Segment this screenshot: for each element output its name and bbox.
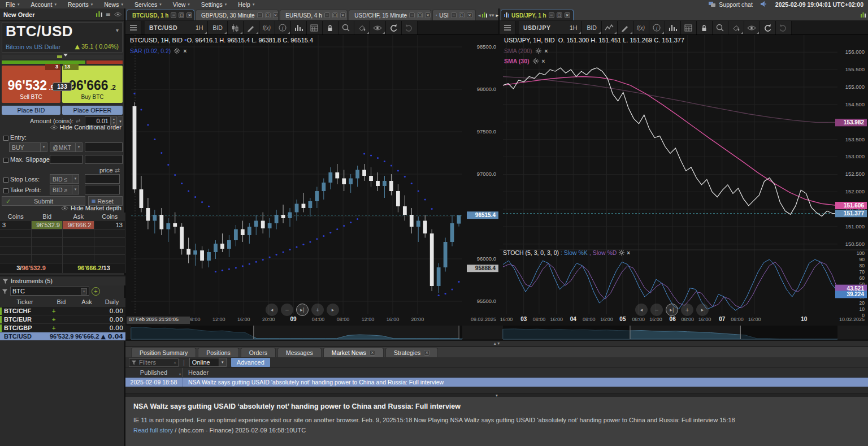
draw-icon[interactable] [244, 21, 259, 34]
instrument-row-btc-chf[interactable]: BTC/CHF+0.00 [0, 307, 125, 315]
function-icon[interactable]: f(x) [633, 21, 649, 34]
tab-list-icon[interactable]: ▾▾ [489, 12, 494, 18]
filters-input[interactable]: Filters× [129, 358, 179, 367]
volume-icon[interactable] [291, 21, 307, 34]
minimize-icon[interactable]: − [257, 12, 263, 18]
new-chart-icon[interactable] [861, 12, 866, 18]
read-full-story-link[interactable]: Read full story [133, 427, 173, 434]
undo-icon[interactable] [386, 21, 402, 34]
close-icon[interactable]: × [424, 350, 429, 356]
instrument-selector[interactable]: BTC/USD ▾ Bitcoin vs US Dollar ▲ 35.1 ( … [2, 22, 123, 53]
stop-loss-input[interactable] [85, 174, 120, 184]
instruments-header[interactable]: Instruments (5) [0, 275, 125, 285]
play-to-end-button[interactable]: ▸| [666, 304, 678, 316]
depth-row[interactable]: 3 96'532.9 96'666.2 13 [0, 221, 125, 230]
horizontal-splitter[interactable]: ▴ ▾ [125, 340, 868, 347]
header-column-header[interactable]: Header [182, 368, 868, 377]
entry-price-input[interactable] [85, 142, 123, 152]
indicator-close-icon[interactable]: × [627, 250, 630, 256]
chart-tab-usi[interactable]: USI−▢× [432, 10, 476, 20]
indicator-settings-icon[interactable] [535, 47, 542, 54]
online-select[interactable]: Online▾ [189, 358, 227, 367]
timeframe-select[interactable]: 1H [565, 21, 582, 34]
tab-position-summary[interactable]: Position Summary [131, 348, 196, 357]
theme-icon[interactable] [354, 21, 370, 34]
chart-tab-gbp-usd[interactable]: GBP/USD, 30 Minute−▢× [196, 10, 279, 20]
eye-icon[interactable] [370, 21, 386, 34]
take-profit-input[interactable] [85, 185, 120, 194]
take-profit-op-select[interactable]: BID ≥▾ [50, 185, 79, 194]
chart-menu-icon[interactable] [500, 21, 515, 34]
tab-orders[interactable]: Orders [241, 348, 276, 357]
minimize-icon[interactable]: − [409, 12, 415, 18]
chart-tab-usd-chf[interactable]: USD/CHF, 15 Minute−▢× [349, 10, 431, 20]
pricetype-select[interactable]: BID [582, 21, 602, 34]
close-icon[interactable]: × [565, 12, 570, 18]
minimize-icon[interactable]: − [451, 12, 457, 18]
chart-tab-usd-jpy[interactable]: USD/JPY, 1 h−▢× [501, 10, 574, 20]
indicator-close-icon[interactable]: × [545, 48, 548, 54]
theme-icon[interactable] [728, 21, 744, 34]
close-icon[interactable]: × [467, 12, 472, 18]
calendar-icon[interactable] [307, 21, 323, 34]
pricetype-select[interactable]: BID [208, 21, 228, 34]
zoom-icon[interactable] [713, 21, 728, 34]
menu-settings[interactable]: Settings▾ [196, 0, 232, 8]
support-chat-button[interactable]: Support chat [709, 1, 753, 8]
chart-area-usdjpy[interactable]: 16:000308:0016:000408:0016:000508:0016:0… [500, 35, 868, 340]
chevron-down-icon[interactable]: ▾ [116, 27, 119, 33]
menu-news[interactable]: News▾ [98, 0, 129, 8]
charttype-icon[interactable] [228, 21, 244, 34]
chart-tab-btc-usd[interactable]: BTC/USD, 1 h−▢× [127, 10, 194, 20]
close-icon[interactable]: × [425, 12, 431, 18]
menu-account[interactable]: Account▾ [25, 0, 62, 8]
instruments-filter-input[interactable]: BTC × [10, 287, 89, 296]
indicator-settings-icon[interactable] [532, 58, 539, 64]
info-icon[interactable]: i [649, 21, 665, 34]
restore-icon[interactable]: ▢ [557, 12, 562, 18]
usdjpy-line-chart[interactable]: 16:000308:0016:000408:0016:000508:0016:0… [500, 35, 868, 340]
panel-eye-icon[interactable] [114, 12, 121, 17]
slippage-input-1[interactable] [50, 155, 83, 164]
menu-reports[interactable]: Reports▾ [62, 0, 98, 8]
lock-icon[interactable] [323, 21, 338, 34]
tab-market-news[interactable]: Market News× [323, 348, 384, 357]
entry-checkbox[interactable] [3, 136, 8, 141]
menu-services[interactable]: Services▾ [129, 0, 167, 8]
instrument-row-btc-eur[interactable]: BTC/EUR+0.00 [0, 315, 125, 324]
take-profit-checkbox[interactable] [3, 188, 8, 193]
indicator-settings-icon[interactable] [618, 249, 625, 256]
undo-icon[interactable] [760, 21, 776, 34]
entry-side-select[interactable]: BUY▾ [9, 142, 47, 152]
symbol-select[interactable]: USD/JPY [519, 21, 568, 34]
close-icon[interactable]: × [370, 350, 375, 356]
depth-slider[interactable] [2, 55, 123, 59]
tab-strategies[interactable]: Strategies× [385, 348, 438, 357]
close-icon[interactable]: × [186, 12, 192, 18]
restore-icon[interactable]: ▢ [265, 12, 271, 18]
tab-positions[interactable]: Positions [198, 348, 239, 357]
clear-filter-icon[interactable]: × [81, 288, 87, 295]
step-back-button[interactable]: ◂ [635, 304, 648, 316]
indicator-settings-icon[interactable] [173, 47, 180, 54]
step-back-button[interactable]: ◂ [266, 304, 278, 316]
sell-button[interactable]: 96'532 .9 Sell BTC [2, 66, 60, 103]
restore-icon[interactable]: ▢ [179, 12, 184, 18]
instrument-row-btc-gbp[interactable]: BTC/GBP+0.00 [0, 324, 125, 332]
play-to-end-button[interactable]: ▸| [296, 304, 309, 316]
slippage-input-2[interactable] [85, 155, 123, 164]
published-column-header[interactable]: Published▾ [125, 369, 182, 376]
indicator-close-icon[interactable]: × [183, 48, 186, 54]
step-forward-button[interactable]: ▸ [327, 304, 339, 316]
next-tab-icon[interactable]: ▸ [496, 12, 498, 18]
prev-tab-icon[interactable]: ◂ [478, 12, 481, 18]
restore-icon[interactable]: ▢ [459, 12, 465, 18]
calendar-icon[interactable] [681, 21, 697, 34]
chart-tab-eur-usd[interactable]: EUR/USD, 4 h−▢× [280, 10, 348, 20]
minimize-icon[interactable]: − [549, 12, 554, 18]
instrument-row-btc-usd[interactable]: BTC/USD96'532.996'666.2▲ 0.04 [0, 332, 125, 341]
place-bid-button[interactable]: Place BID [2, 106, 60, 115]
volume-icon[interactable] [665, 21, 681, 34]
close-icon[interactable]: × [340, 12, 346, 18]
symbol-select[interactable]: BTC/USD [145, 21, 194, 34]
